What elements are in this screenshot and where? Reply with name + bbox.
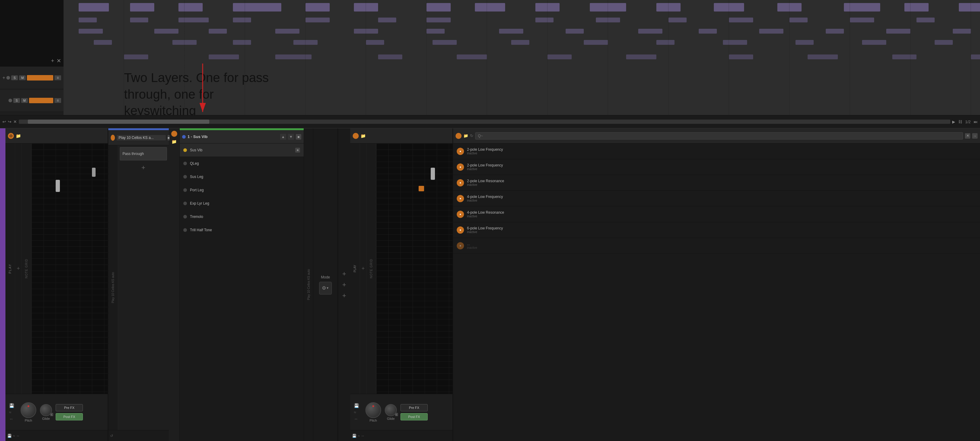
pattern-block[interactable] [305,3,330,11]
pattern-block[interactable] [886,29,910,34]
pattern-block[interactable] [935,40,953,45]
pattern-block[interactable] [959,3,980,11]
pattern-block[interactable] [354,29,378,34]
pattern-block[interactable] [79,18,97,22]
panel2-add-btn[interactable]: + [119,161,167,174]
pattern-block[interactable] [584,40,608,45]
pattern-block[interactable] [79,3,109,11]
channel-item-trill[interactable]: Trill Half Tone [180,224,304,237]
plugin-item-1[interactable]: ● 2-pole Low Frequency inactive [453,144,980,159]
pattern-block[interactable] [275,29,299,34]
pattern-block[interactable] [172,40,197,45]
plus-icon[interactable]: + [51,58,54,64]
pattern-block[interactable] [426,29,445,34]
pattern-block[interactable] [904,3,929,11]
add-track-icon[interactable]: + [2,75,5,80]
close-transport-icon[interactable]: ✕ [13,119,17,124]
add-channel-btn3[interactable]: + [340,291,348,300]
panel4-power-btn[interactable]: ⏻ [353,133,359,139]
pattern-block[interactable] [547,54,572,59]
pattern-block[interactable] [130,3,154,11]
plugin-item-2[interactable]: ● 2-pole Low Frequency inactive [453,159,980,175]
pattern-block[interactable] [808,54,838,59]
pattern-block[interactable] [892,54,916,59]
pattern-block[interactable] [499,29,523,34]
pattern-block[interactable] [916,18,935,22]
plugin-search-input[interactable] [475,132,963,139]
pattern-block[interactable] [638,29,662,34]
panel1-scroll-arrow[interactable]: ↔ [16,434,20,438]
undo-icon[interactable]: ↩ [2,119,6,124]
panel2-pass-through-item[interactable]: Pass through [120,147,167,160]
channel-item-exp-lyr-leg[interactable]: Exp Lyr Leg [180,197,304,210]
pattern-block[interactable] [862,40,886,45]
panel1-grid-canvas[interactable] [32,144,108,394]
panel4-scroll-save[interactable]: 💾 [352,434,356,438]
pattern-block[interactable] [426,18,451,22]
pattern-block[interactable] [79,29,103,34]
pattern-block[interactable] [378,54,402,59]
panel1-scroll-eq[interactable]: ≈ [13,434,15,438]
panel4-glide-knob[interactable]: L [385,404,397,416]
panel4-post-fx-btn[interactable]: Post FX [401,413,428,420]
plugin-arrow-btn[interactable]: → [972,133,978,139]
panel4-add-btn-area[interactable]: + [360,144,367,394]
pattern-block[interactable] [777,3,802,11]
plugin-power-btn[interactable]: ⏻ [455,133,461,139]
panel1-eq-icon[interactable]: ≈ [9,410,16,415]
panel4-save-icon[interactable]: 💾 [354,403,361,408]
close-icon[interactable]: ✕ [57,58,61,64]
track-name-bar-1[interactable] [27,75,53,80]
panel3-down-btn[interactable]: ▼ [288,134,294,140]
pattern-block[interactable] [668,18,687,22]
channel-item-tremolo[interactable]: Tremolo [180,210,304,224]
plugin-item-3[interactable]: ● 2-pole Low Resonance inactive [453,175,980,191]
pattern-block[interactable] [789,18,808,22]
channel-item-qleg[interactable]: QLeg [180,157,304,170]
pattern-block[interactable] [293,40,318,45]
channel-item-port-leg[interactable]: Port Leg [180,184,304,197]
panel1-save-icon[interactable]: 💾 [9,403,16,408]
pattern-block[interactable] [826,29,844,34]
pattern-block[interactable] [729,18,753,22]
panel1-post-fx-btn[interactable]: Post FX [56,413,83,420]
panel4-pitch-knob[interactable] [365,402,381,418]
pattern-block[interactable] [233,40,251,45]
panel1-slider2[interactable] [92,168,95,177]
pattern-block[interactable] [94,40,112,45]
sus-vib-close[interactable]: ■ [295,148,300,153]
track-menu-2[interactable]: ≡ [54,98,61,103]
panel3-folder-icon[interactable]: 📁 [172,139,177,144]
pattern-block[interactable] [714,3,744,11]
panel3-up-btn[interactable]: ▲ [280,134,286,140]
pattern-block[interactable] [354,3,378,11]
panel1-slider[interactable] [56,180,60,192]
link-icon[interactable]: ⛓ [958,120,962,124]
plugin-item-7[interactable]: ● ... inactive [453,238,980,254]
solo-button-2[interactable]: S [13,98,20,103]
pattern-block[interactable] [850,18,874,22]
panel1-power-btn[interactable]: ⏻ [8,133,14,139]
pattern-block[interactable] [535,18,554,22]
pattern-block[interactable] [378,18,396,22]
panel4-scroll-arrow[interactable]: ↔ [361,434,365,438]
panel4-slider[interactable] [431,168,435,180]
plugin-item-5[interactable]: ● 4-pole Low Resonance inactive [453,206,980,222]
panel2-scroll-revert[interactable]: ↺ [110,434,113,438]
arranger-area[interactable]: Two Layers. One for pass through, one fo… [64,0,980,115]
panel2-power-btn[interactable]: ⏻ [111,135,115,141]
pattern-block[interactable] [124,54,148,59]
mode-gear-btn[interactable]: ⚙ ▼ [319,282,332,294]
pattern-block[interactable] [656,40,675,45]
panel1-pitch-knob[interactable] [21,402,36,418]
pattern-block[interactable] [723,40,747,45]
panel3-power-btn[interactable]: ⏻ [171,131,177,137]
plugin-folder-icon[interactable]: 📁 [463,133,468,138]
pattern-block[interactable] [535,3,560,11]
channel-item-sus-vib[interactable]: Sus Vib ■ [180,144,304,157]
nav-end-icon[interactable]: ⏭ [974,120,978,124]
pattern-block[interactable] [433,40,457,45]
panel1-arrow-icon[interactable]: ↔ [9,417,16,421]
pattern-block[interactable] [233,3,281,11]
pattern-block[interactable] [795,40,814,45]
